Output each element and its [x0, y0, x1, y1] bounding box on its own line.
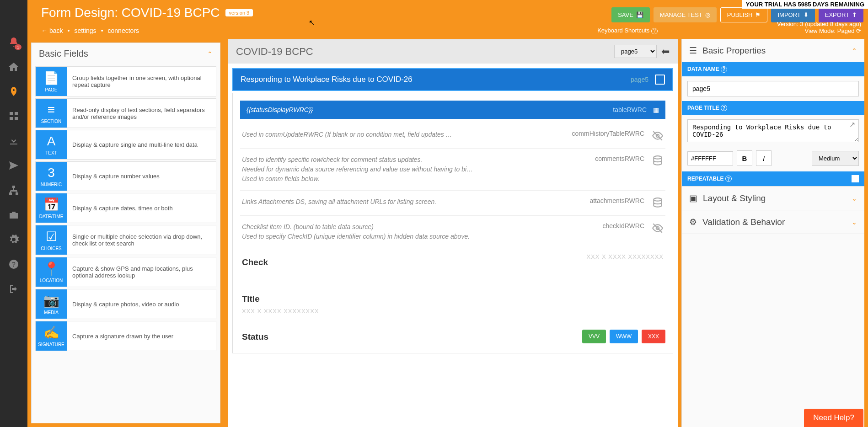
field-description: Single or multiple choice selection via … [67, 225, 216, 255]
refresh-icon[interactable]: ⟳ [856, 27, 861, 34]
settings-link[interactable]: settings [74, 27, 96, 34]
logout-icon[interactable] [8, 283, 19, 294]
field-item-signature[interactable]: ✍ SIGNATURE Capture a signature drawn by… [35, 321, 216, 351]
hierarchy-icon[interactable] [8, 185, 19, 196]
status-blue-button[interactable]: WWW [610, 330, 638, 343]
check-label: Check [242, 257, 268, 267]
help-icon[interactable]: ? [721, 105, 727, 111]
form-row[interactable]: Used in commUpdateRWRC (If blank or no c… [240, 123, 665, 149]
publish-button[interactable]: PUBLISH ⚑ [720, 7, 768, 22]
row-description: Checklist item ID. (bound to table data … [242, 222, 602, 241]
section-header[interactable]: {{statusDisplayRWRC}} tableRWRC ▦ [240, 101, 665, 119]
row-data-name: checkIdRWRC [602, 222, 644, 230]
field-description: Display & capture single and multi-line … [67, 130, 216, 159]
field-item-choices[interactable]: ☑ CHOICES Single or multiple choice sele… [35, 225, 216, 255]
bell-icon[interactable]: 1 [8, 37, 19, 48]
row-description: Used in commUpdateRWRC (If blank or no c… [242, 130, 572, 139]
page-header[interactable]: Responding to Workplace Risks due to COV… [232, 68, 673, 91]
keyboard-shortcuts-link[interactable]: Keyboard Shortcuts ? [597, 27, 658, 34]
field-item-text[interactable]: A TEXT Display & capture single and mult… [35, 130, 216, 160]
send-icon[interactable] [8, 160, 19, 171]
trial-banner: YOUR TRIAL HAS 5985 DAYS REMAINING [742, 0, 868, 9]
layout-icon: ▣ [689, 193, 697, 203]
field-item-media[interactable]: 📷 MEDIA Display & capture photos, video … [35, 289, 216, 319]
numeric-icon: 3 NUMERIC [36, 162, 67, 191]
help-icon[interactable]: ? [725, 176, 732, 182]
download-icon[interactable] [8, 135, 19, 146]
eye-off-icon [652, 130, 664, 142]
repeatable-checkbox[interactable] [852, 175, 859, 182]
gears-icon: ⚙ [689, 217, 697, 227]
form-row[interactable]: Used to identify specific row/check for … [240, 149, 665, 191]
export-icon: ⬆ [852, 11, 857, 18]
color-input[interactable] [687, 151, 733, 165]
flag-icon: ⚑ [755, 11, 761, 18]
back-arrow-icon[interactable]: ← [41, 27, 48, 34]
rocket-icon[interactable] [8, 86, 19, 97]
section-icon: ≡ SECTION [36, 99, 67, 128]
manage-test-button[interactable]: MANAGE TEST ◎ [654, 7, 717, 22]
field-item-numeric[interactable]: 3 NUMERIC Display & capture number value… [35, 161, 216, 191]
connectors-link[interactable]: connectors [108, 27, 139, 34]
data-name-input[interactable] [687, 81, 859, 96]
size-select[interactable]: Medium [812, 151, 859, 166]
bold-button[interactable]: B [737, 150, 752, 166]
italic-button[interactable]: I [756, 150, 772, 166]
arrow-left-icon[interactable]: ⬅ [661, 46, 670, 58]
canvas-title: COVID-19 BCPC [236, 46, 313, 58]
toolbox-icon[interactable] [8, 209, 19, 220]
basic-fields-header[interactable]: Basic Fields ⌃ [32, 43, 220, 64]
import-icon: ⬇ [804, 11, 809, 18]
field-description: Display & capture dates, times or both [67, 193, 216, 223]
help-icon[interactable]: ? [721, 66, 727, 73]
form-row[interactable]: Links Attachments DS, saving all attachm… [240, 191, 665, 216]
basic-properties-header[interactable]: ☰ Basic Properties ⌃ [682, 39, 864, 62]
field-item-section[interactable]: ≡ SECTION Read-only display of text sect… [35, 98, 216, 128]
page-select[interactable]: page5 [614, 45, 657, 58]
save-button[interactable]: SAVE 💾 [611, 7, 650, 22]
svg-rect-5 [9, 192, 12, 195]
db-icon [652, 197, 664, 209]
svg-rect-4 [12, 186, 15, 188]
properties-panel: ☰ Basic Properties ⌃ DATA NAME ? PAGE TI… [681, 39, 864, 427]
grid-icon[interactable] [8, 111, 19, 122]
page-data-name: page5 [631, 76, 648, 83]
chevron-down-icon: ⌃ [852, 47, 857, 54]
title-label: Title [242, 294, 664, 304]
status-red-button[interactable]: XXX [642, 330, 665, 343]
list-icon: ☰ [689, 45, 697, 56]
field-description: Read-only display of text sections, fiel… [67, 99, 216, 128]
help-icon[interactable]: ? [8, 259, 19, 270]
repeatable-label: REPEATABLE ? [682, 171, 864, 186]
page-icon [655, 75, 665, 85]
page-title-input[interactable]: Responding to Workplace Risks due to COV… [687, 119, 859, 142]
left-sidebar: 1 ? [0, 0, 27, 427]
layout-styling-header[interactable]: ▣ Layout & Styling ⌄ [682, 187, 864, 210]
sub-header: ← back • settings • connectors Keyboard … [0, 25, 868, 39]
choices-icon: ☑ CHOICES [36, 225, 67, 255]
field-item-date-time[interactable]: 📅 DATE/TIME Display & capture dates, tim… [35, 193, 216, 223]
gear-icon[interactable] [8, 234, 19, 245]
row-description: Used to identify specific row/check for … [242, 155, 595, 184]
svg-rect-2 [10, 117, 13, 120]
form-row[interactable]: Checklist item ID. (bound to table data … [240, 216, 665, 248]
page-title: Form Design: COVID-19 BCPC [41, 5, 220, 20]
status-green-button[interactable]: VVV [582, 330, 606, 343]
home-icon[interactable] [8, 61, 19, 72]
title-placeholder: XXX X XXXX XXXXXXXX [242, 308, 664, 315]
media-icon: 📷 MEDIA [36, 289, 67, 319]
back-link[interactable]: back [49, 27, 63, 34]
expand-icon[interactable]: ↗ [849, 120, 855, 129]
row-data-name: commentsRWRC [595, 155, 644, 162]
save-icon: 💾 [636, 11, 643, 18]
chevron-down-icon: ⌄ [852, 219, 857, 226]
field-item-page[interactable]: 📄 PAGE Group fields together in one scre… [35, 66, 216, 96]
datetime-icon: 📅 DATE/TIME [36, 193, 67, 223]
signature-icon: ✍ SIGNATURE [36, 321, 67, 351]
data-name-label: DATA NAME ? [682, 62, 864, 76]
validation-behavior-header[interactable]: ⚙ Validation & Behavior ⌄ [682, 210, 864, 234]
need-help-button[interactable]: Need Help? [804, 409, 863, 427]
field-item-location[interactable]: 📍 LOCATION Capture & show GPS and map lo… [35, 257, 216, 287]
field-description: Capture & show GPS and map locations, pl… [67, 257, 216, 287]
location-icon: 📍 LOCATION [36, 257, 67, 287]
